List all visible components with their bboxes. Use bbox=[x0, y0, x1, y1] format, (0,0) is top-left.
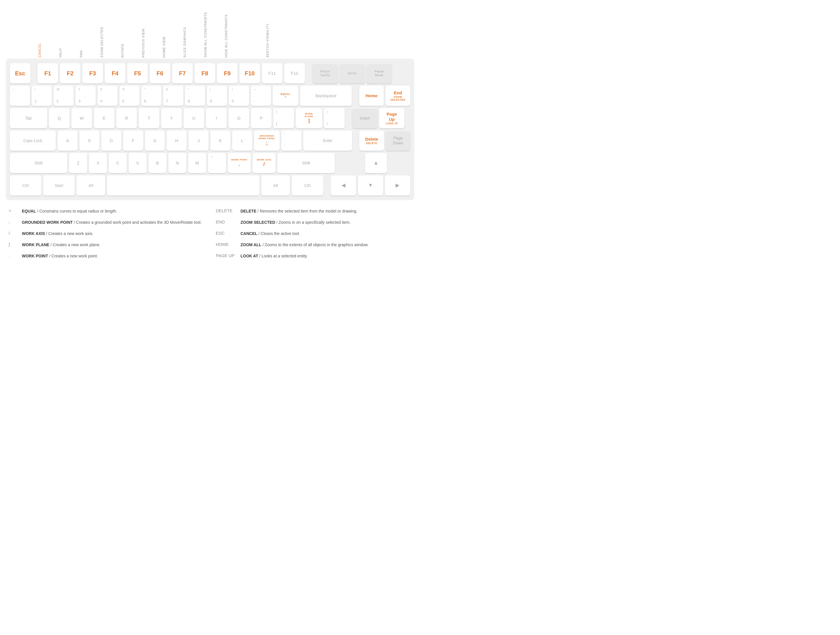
key-arrow-up[interactable]: ▲ bbox=[365, 153, 387, 173]
key-delete[interactable]: Delete DELETE bbox=[359, 131, 384, 151]
key-f3[interactable]: F3 bbox=[82, 63, 103, 84]
key-alt-right[interactable]: Alt bbox=[261, 175, 290, 195]
key-m[interactable]: M bbox=[188, 153, 206, 173]
key-end[interactable]: End ZOOM SELECTED bbox=[385, 86, 410, 106]
key-0-shift: ) bbox=[232, 87, 233, 91]
key-8[interactable]: * 8 bbox=[185, 86, 205, 106]
key-6[interactable]: ^ 6 bbox=[141, 86, 161, 106]
top-label-help: HELP bbox=[59, 48, 62, 58]
key-f11[interactable]: F11 bbox=[262, 63, 283, 84]
legend-key-semicolon: ; bbox=[9, 219, 17, 224]
key-arrow-right[interactable]: ▶ bbox=[385, 175, 410, 195]
key-pageup[interactable]: PageUp LOOK AT bbox=[379, 108, 404, 128]
key-9[interactable]: ( 9 bbox=[207, 86, 227, 106]
key-p[interactable]: P bbox=[251, 108, 272, 128]
key-o[interactable]: O bbox=[228, 108, 249, 128]
key-4[interactable]: $ 4 bbox=[98, 86, 118, 106]
key-alt-left[interactable]: Alt bbox=[77, 175, 105, 195]
key-n[interactable]: N bbox=[168, 153, 186, 173]
key-k[interactable]: K bbox=[210, 131, 231, 151]
key-start[interactable]: Start bbox=[43, 175, 75, 195]
key-ctrl-left[interactable]: Ctrl bbox=[10, 175, 41, 195]
key-f1[interactable]: F1 bbox=[37, 63, 58, 84]
key-period[interactable]: WORK POINT . bbox=[228, 153, 251, 173]
key-capslock[interactable]: Caps Lock bbox=[10, 131, 56, 151]
key-s[interactable]: S bbox=[79, 131, 99, 151]
key-f8[interactable]: F8 bbox=[194, 63, 215, 84]
key-h[interactable]: H bbox=[167, 131, 187, 151]
keyboard: Esc F1 F2 F3 F4 F5 F6 F7 F8 F9 bbox=[6, 59, 414, 200]
key-2[interactable]: @ 2 bbox=[54, 86, 74, 106]
arrow-up-icon: ▲ bbox=[373, 160, 379, 166]
key-minus[interactable]: — - bbox=[251, 86, 271, 106]
key-f6-label: F6 bbox=[156, 70, 163, 77]
key-f7-label: F7 bbox=[179, 70, 186, 77]
key-f2[interactable]: F2 bbox=[60, 63, 81, 84]
key-slash[interactable]: WORK AXIS / bbox=[253, 153, 276, 173]
key-pause[interactable]: PauseBreak bbox=[366, 63, 392, 84]
key-b[interactable]: B bbox=[148, 153, 167, 173]
key-scrlk[interactable]: ScrLK bbox=[339, 63, 365, 84]
key-close-bracket-label: ] bbox=[308, 118, 310, 124]
key-d[interactable]: D bbox=[101, 131, 122, 151]
key-3[interactable]: # 3 bbox=[75, 86, 96, 106]
key-2-shift: @ bbox=[56, 87, 60, 91]
key-backspace-label: Backspace bbox=[316, 93, 336, 98]
key-f12[interactable]: F12 bbox=[284, 63, 305, 84]
key-shift-left[interactable]: Shift bbox=[10, 153, 67, 173]
key-insert[interactable]: Insert bbox=[352, 108, 377, 128]
key-esc-label: Esc bbox=[15, 70, 25, 77]
key-i[interactable]: I bbox=[206, 108, 227, 128]
key-e[interactable]: E bbox=[94, 108, 114, 128]
key-home[interactable]: Home bbox=[359, 86, 384, 106]
key-prtscn[interactable]: PrtScnSysRq bbox=[313, 63, 338, 84]
key-x[interactable]: X bbox=[89, 153, 107, 173]
key-5[interactable]: % 5 bbox=[119, 86, 139, 106]
key-5-base: 5 bbox=[122, 99, 124, 104]
key-u[interactable]: U bbox=[183, 108, 204, 128]
key-quote[interactable]: " ' bbox=[281, 131, 302, 151]
key-shift-right[interactable]: Shift bbox=[277, 153, 335, 173]
key-l[interactable]: L bbox=[232, 131, 252, 151]
key-semicolon[interactable]: GROUNDEDWORK POINT ; bbox=[254, 131, 279, 151]
key-f5[interactable]: F5 bbox=[127, 63, 148, 84]
key-tilde[interactable]: ~ ` bbox=[10, 86, 30, 106]
key-arrow-left[interactable]: ◀ bbox=[331, 175, 356, 195]
key-delete-label: Delete bbox=[365, 137, 378, 142]
key-a[interactable]: A bbox=[58, 131, 78, 151]
key-f9[interactable]: F9 bbox=[217, 63, 238, 84]
key-pagedown[interactable]: PageDown bbox=[386, 131, 410, 151]
top-label-home-view: HOME VIEW bbox=[162, 36, 166, 58]
key-f4[interactable]: F4 bbox=[105, 63, 125, 84]
key-ctrl-right[interactable]: Ctrl bbox=[292, 175, 323, 195]
legend-item-bracket: ] WORK PLANE / Creates a new work plane. bbox=[9, 242, 204, 248]
key-enter[interactable]: Enter bbox=[303, 131, 352, 151]
key-arrow-down[interactable]: ▼ bbox=[358, 175, 383, 195]
key-v[interactable]: V bbox=[129, 153, 147, 173]
key-0[interactable]: ) 0 bbox=[229, 86, 249, 106]
key-w[interactable]: W bbox=[71, 108, 92, 128]
key-open-bracket[interactable]: { [ bbox=[273, 108, 294, 128]
key-f10[interactable]: F10 bbox=[239, 63, 260, 84]
key-esc[interactable]: Esc bbox=[10, 63, 30, 84]
key-space[interactable] bbox=[107, 175, 259, 195]
key-t[interactable]: T bbox=[139, 108, 159, 128]
key-f7[interactable]: F7 bbox=[172, 63, 193, 84]
key-q[interactable]: Q bbox=[49, 108, 69, 128]
key-backspace[interactable]: Backspace bbox=[300, 86, 352, 106]
key-tab[interactable]: Tab bbox=[10, 108, 47, 128]
key-z[interactable]: Z bbox=[69, 153, 87, 173]
key-7[interactable]: & 7 bbox=[163, 86, 183, 106]
key-equals[interactable]: EQUAL= bbox=[273, 86, 298, 106]
key-c[interactable]: C bbox=[109, 153, 127, 173]
key-1[interactable]: ! 1 bbox=[32, 86, 52, 106]
key-backslash[interactable]: | \ bbox=[324, 108, 345, 128]
key-j[interactable]: J bbox=[188, 131, 208, 151]
key-f[interactable]: F bbox=[123, 131, 143, 151]
key-y[interactable]: Y bbox=[161, 108, 182, 128]
key-comma[interactable]: < , bbox=[208, 153, 226, 173]
key-f6[interactable]: F6 bbox=[150, 63, 170, 84]
key-r[interactable]: R bbox=[116, 108, 137, 128]
key-close-bracket[interactable]: WORKPLANE ] bbox=[296, 108, 322, 128]
key-g[interactable]: G bbox=[145, 131, 165, 151]
